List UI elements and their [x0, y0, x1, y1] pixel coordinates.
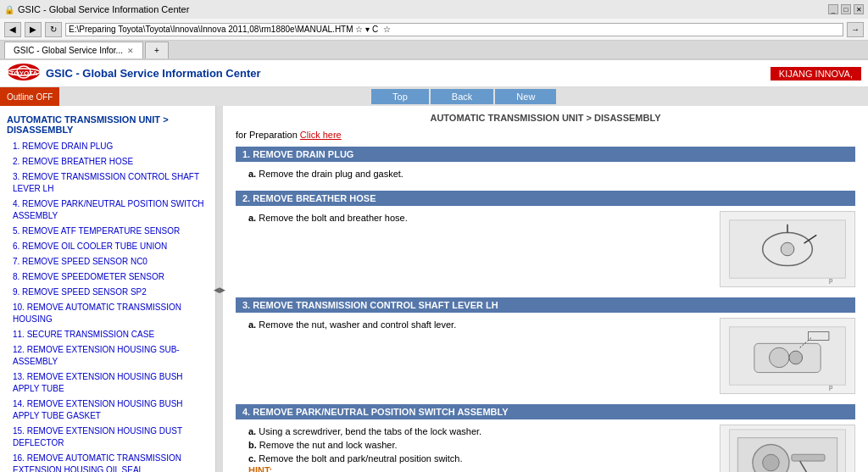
sidebar-item[interactable]: 16. REMOVE AUTOMATIC TRANSMISSION EXTENS… [0, 451, 215, 472]
tab-new[interactable]: + [145, 42, 169, 58]
sidebar-item[interactable]: 14. REMOVE EXTENSION HOUSING BUSH APPLY … [0, 397, 215, 424]
step-text-block: a. Remove the drain plug and gasket. [236, 167, 855, 180]
address-bar: ◀ ▶ ↻ → [0, 19, 868, 41]
back-nav-button[interactable]: ◀ [4, 22, 21, 37]
restore-button[interactable]: □ [841, 4, 851, 14]
address-input[interactable] [65, 23, 843, 36]
step-header: 2. REMOVE BREATHER HOSE [236, 191, 855, 206]
new-button[interactable]: New [495, 89, 556, 104]
sidebar-item[interactable]: 12. REMOVE EXTENSION HOUSING SUB-ASSEMBL… [0, 342, 215, 369]
top-button[interactable]: Top [371, 89, 429, 104]
resize-handle[interactable]: ◀▶ [216, 106, 223, 472]
svg-text:TOYOTA: TOYOTA [10, 69, 38, 77]
sidebar-item[interactable]: 3. REMOVE TRANSMISSION CONTROL SHAFT LEV… [0, 169, 215, 197]
step-section: 1. REMOVE DRAIN PLUG a. Remove the drain… [236, 147, 855, 180]
svg-text:p: p [829, 276, 833, 284]
hint-block: HINT: Make sure that the manual valve le… [236, 465, 711, 472]
sidebar-item[interactable]: 6. REMOVE OIL COOLER TUBE UNION [0, 239, 215, 254]
title-bar: 🔒 GSIC - Global Service Information Cent… [0, 0, 868, 19]
forward-nav-button[interactable]: ▶ [25, 22, 42, 37]
tab-bar: GSIC - Global Service Infor... ✕ + [0, 41, 868, 59]
title-bar-text: GSIC - Global Service Information Center [18, 4, 189, 14]
sub-item-text: Remove the drain plug and gasket. [259, 169, 403, 179]
tab-active[interactable]: GSIC - Global Service Infor... ✕ [4, 42, 143, 58]
close-button[interactable]: ✕ [854, 4, 864, 14]
sidebar-item[interactable]: 5. REMOVE ATF TEMPERATURE SENSOR [0, 224, 215, 239]
sub-item-text: Remove the bolt and park/neutral positio… [259, 453, 462, 464]
sidebar: AUTOMATIC TRANSMISSION UNIT > DISASSEMBL… [0, 106, 216, 472]
sub-item-text: Using a screwdriver, bend the tabs of th… [259, 426, 481, 436]
svg-point-9 [781, 242, 794, 256]
svg-point-15 [789, 351, 803, 364]
sidebar-item[interactable]: 13. REMOVE EXTENSION HOUSING BUSH APPLY … [0, 369, 215, 397]
outline-off-button[interactable]: Outline OFF [0, 87, 59, 106]
step-text-block: a. Remove the bolt and breather hose. [236, 211, 711, 287]
content-area: AUTOMATIC TRANSMISSION UNIT > DISASSEMBL… [223, 106, 868, 472]
prep-text: for Preparation [236, 130, 298, 140]
sidebar-items-list: 1. REMOVE DRAIN PLUG2. REMOVE BREATHER H… [0, 139, 215, 472]
page-icon: 🔒 [4, 5, 14, 14]
step-content: a. Remove the drain plug and gasket. [236, 167, 855, 180]
sub-item-text: Remove the nut, washer and control shaft… [259, 319, 456, 330]
step-text-block: a. Remove the nut, washer and control sh… [236, 318, 711, 394]
sidebar-item[interactable]: 10. REMOVE AUTOMATIC TRANSMISSION HOUSIN… [0, 300, 215, 327]
step-text-block: a. Using a screwdriver, bend the tabs of… [236, 425, 711, 472]
sidebar-item[interactable]: 7. REMOVE SPEED SENSOR NC0 [0, 254, 215, 269]
svg-point-23 [763, 454, 780, 471]
sidebar-item[interactable]: 2. REMOVE BREATHER HOSE [0, 154, 215, 169]
gsic-title: GSIC - Global Service Information Center [46, 67, 261, 80]
sidebar-item[interactable]: 15. REMOVE EXTENSION HOUSING DUST DEFLEC… [0, 424, 215, 451]
step-diagram: p [720, 318, 855, 394]
sub-item: b. Remove the nut and lock washer. [236, 438, 711, 452]
step-diagram: p [720, 425, 855, 472]
steps-container: 1. REMOVE DRAIN PLUG a. Remove the drain… [236, 147, 855, 472]
sub-item-text: Remove the bolt and breather hose. [259, 213, 408, 223]
hint-label: HINT: [248, 465, 272, 472]
step-content: a. Remove the bolt and breather hose. p [236, 211, 855, 287]
tab-close-button[interactable]: ✕ [127, 47, 134, 55]
step-section: 4. REMOVE PARK/NEUTRAL POSITION SWITCH A… [236, 404, 855, 472]
sub-item-text: Remove the nut and lock washer. [259, 440, 398, 450]
sub-item: a. Remove the nut, washer and control sh… [236, 318, 711, 331]
resize-arrow-icon: ◀▶ [214, 286, 225, 294]
sub-item-label: b. [248, 440, 257, 450]
step-content: a. Using a screwdriver, bend the tabs of… [236, 425, 855, 472]
sidebar-item[interactable]: 1. REMOVE DRAIN PLUG [0, 139, 215, 154]
step-header: 3. REMOVE TRANSMISSION CONTROL SHAFT LEV… [236, 297, 855, 313]
step-content: a. Remove the nut, washer and control sh… [236, 318, 855, 394]
tab-label: GSIC - Global Service Infor... [14, 46, 123, 55]
toyota-logo: TOYOTA [7, 63, 41, 84]
svg-text:p: p [829, 383, 833, 391]
toyota-logo-svg: TOYOTA [7, 63, 41, 81]
sub-item-label: a. [248, 426, 256, 436]
sidebar-title-line2: DISASSEMBLY [7, 125, 209, 135]
sidebar-item[interactable]: 11. SECURE TRANSMISSION CASE [0, 327, 215, 342]
prep-link[interactable]: Click here [300, 130, 342, 140]
sidebar-item[interactable]: 9. REMOVE SPEED SENSOR SP2 [0, 285, 215, 300]
go-button[interactable]: → [847, 22, 864, 37]
svg-rect-24 [792, 454, 825, 461]
refresh-button[interactable]: ↻ [45, 22, 62, 37]
new-tab-label: + [154, 46, 159, 55]
sidebar-item[interactable]: 4. REMOVE PARK/NEUTRAL POSITION SWITCH A… [0, 197, 215, 224]
toolbar: Outline OFF Top Back New [0, 87, 868, 106]
step-header: 4. REMOVE PARK/NEUTRAL POSITION SWITCH A… [236, 404, 855, 419]
sub-item: a. Remove the bolt and breather hose. [236, 211, 711, 225]
sub-item-label: c. [248, 453, 256, 464]
step-diagram: p [720, 211, 855, 287]
svg-point-14 [769, 347, 788, 367]
back-button[interactable]: Back [431, 89, 493, 104]
sub-item: a. Remove the drain plug and gasket. [236, 167, 855, 180]
step-header: 1. REMOVE DRAIN PLUG [236, 147, 855, 162]
sidebar-item[interactable]: 8. REMOVE SPEEDOMETER SENSOR [0, 269, 215, 285]
step-section: 3. REMOVE TRANSMISSION CONTROL SHAFT LEV… [236, 297, 855, 394]
step-section: 2. REMOVE BREATHER HOSE a. Remove the bo… [236, 191, 855, 287]
sub-item-label: a. [248, 213, 256, 223]
sidebar-title-line1: AUTOMATIC TRANSMISSION UNIT > [7, 114, 209, 125]
minimize-button[interactable]: _ [828, 4, 838, 14]
content-page-title: AUTOMATIC TRANSMISSION UNIT > DISASSEMBL… [236, 113, 855, 123]
region-label: KIJANG INNOVA, [771, 67, 861, 81]
sub-item: c. Remove the bolt and park/neutral posi… [236, 452, 711, 465]
sub-item-label: a. [248, 319, 256, 330]
sub-item-label: a. [248, 169, 256, 179]
